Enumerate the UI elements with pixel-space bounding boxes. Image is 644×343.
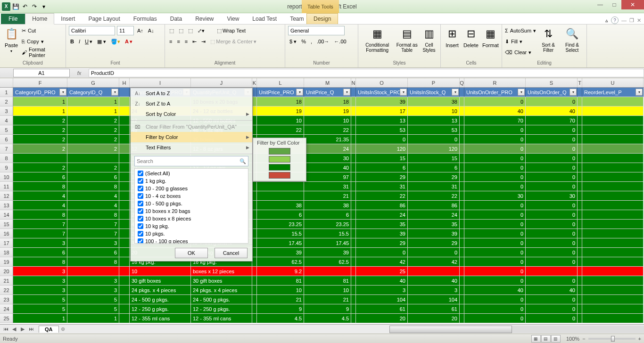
number-format-selector[interactable] (288, 26, 345, 35)
data-cell[interactable]: 3 (13, 276, 67, 286)
data-cell[interactable] (582, 210, 644, 220)
data-cell[interactable]: 4.5 (304, 314, 351, 323)
data-cell[interactable] (252, 248, 257, 257)
shrink-font-icon[interactable]: A↓ (147, 27, 156, 34)
data-cell[interactable]: 86 (408, 201, 460, 210)
data-cell[interactable] (460, 229, 464, 238)
data-cell[interactable]: 19 (304, 106, 351, 116)
data-cell[interactable] (67, 267, 119, 276)
file-tab[interactable]: File (1, 14, 25, 24)
cancel-button[interactable]: Cancel (215, 248, 248, 258)
data-cell[interactable]: 10 (304, 116, 351, 125)
data-cell[interactable]: 0 (526, 314, 578, 323)
data-cell[interactable]: 39 (356, 97, 408, 106)
data-cell[interactable]: 0 (464, 210, 526, 220)
data-cell[interactable] (119, 144, 130, 154)
data-cell[interactable]: 19 (257, 106, 304, 116)
design-tab[interactable]: Design (306, 13, 338, 24)
data-cell[interactable]: 6 (356, 163, 408, 172)
data-cell[interactable]: 39 (257, 248, 304, 257)
data-cell[interactable] (460, 116, 464, 125)
data-cell[interactable]: 0 (408, 135, 460, 144)
data-cell[interactable]: 0 (526, 163, 578, 172)
data-cell[interactable] (252, 295, 257, 304)
filter-icon[interactable]: ▾ (111, 89, 118, 96)
data-cell[interactable]: 42 (356, 257, 408, 267)
insert-tab[interactable]: Insert (54, 14, 82, 24)
data-cell[interactable]: 0 (464, 125, 526, 135)
data-cell[interactable] (578, 267, 582, 276)
data-cell[interactable] (13, 154, 67, 163)
align-right-icon[interactable]: ≡ (183, 38, 189, 45)
data-cell[interactable] (582, 257, 644, 267)
save-icon[interactable]: 💾 (11, 2, 20, 11)
data-cell[interactable]: 12 - 250 g pkgs. (130, 304, 191, 314)
data-cell[interactable] (119, 163, 130, 172)
data-cell[interactable]: 1 (13, 314, 67, 323)
data-cell[interactable] (119, 182, 130, 191)
italic-button[interactable]: I (77, 38, 82, 45)
data-cell[interactable] (119, 172, 130, 182)
data-cell[interactable] (582, 229, 644, 238)
data-cell[interactable]: 5 (67, 295, 119, 304)
data-cell[interactable]: 0 (464, 229, 526, 238)
data-cell[interactable]: 22 (408, 191, 460, 201)
merge-center-button[interactable]: ⬚ Merge & Center ▾ (209, 38, 258, 45)
data-cell[interactable]: 40 (464, 286, 526, 295)
data-cell[interactable] (351, 135, 356, 144)
data-cell[interactable]: 39 (304, 248, 351, 257)
data-cell[interactable]: 0 (464, 267, 526, 276)
filter-icon[interactable]: ▾ (452, 89, 459, 96)
data-cell[interactable]: 2 (13, 144, 67, 154)
data-cell[interactable] (252, 125, 257, 135)
data-cell[interactable] (460, 201, 464, 210)
data-cell[interactable] (578, 248, 582, 257)
zoom-in-icon[interactable]: + (638, 336, 641, 342)
data-cell[interactable] (578, 314, 582, 323)
col-header[interactable]: U (582, 78, 644, 87)
data-cell[interactable]: 53 (408, 125, 460, 135)
data-cell[interactable] (252, 191, 257, 201)
paste-button[interactable]: 📋Paste▾ (3, 25, 20, 54)
data-cell[interactable]: 21 (304, 295, 351, 304)
data-cell[interactable] (460, 314, 464, 323)
select-all-corner[interactable] (0, 78, 13, 87)
data-cell[interactable] (582, 314, 644, 323)
data-cell[interactable] (351, 314, 356, 323)
data-cell[interactable]: 0 (464, 304, 526, 314)
data-cell[interactable] (582, 220, 644, 229)
fx-icon[interactable]: fx (74, 70, 85, 76)
filter-item[interactable]: 100 - 100 g pieces (136, 237, 247, 244)
data-cell[interactable] (526, 267, 578, 276)
data-cell[interactable]: 6 (67, 172, 119, 182)
data-cell[interactable] (119, 276, 130, 286)
data-cell[interactable]: 120 (356, 144, 408, 154)
sheet-nav-prev-icon[interactable]: ◀ (10, 326, 18, 332)
data-cell[interactable]: 20 (408, 314, 460, 323)
zoom-level[interactable]: 100% (566, 336, 579, 342)
data-cell[interactable] (252, 238, 257, 248)
home-tab[interactable]: Home (25, 13, 54, 24)
data-cell[interactable] (351, 106, 356, 116)
data-cell[interactable]: 40 (526, 286, 578, 295)
data-cell[interactable] (351, 163, 356, 172)
data-cell[interactable]: 0 (408, 248, 460, 257)
data-cell[interactable] (119, 201, 130, 210)
data-cell[interactable]: 7 (13, 220, 67, 229)
column-header-cell[interactable]: UnitsInStock_PRO▾ (356, 88, 408, 97)
data-cell[interactable] (351, 286, 356, 295)
sort-filter-button[interactable]: ⇅Sort & Filter (538, 25, 559, 54)
column-header-cell[interactable]: CategoryID_Q▾ (67, 88, 119, 97)
data-cell[interactable] (252, 257, 257, 267)
align-center-icon[interactable]: ≡ (175, 38, 181, 45)
data-cell[interactable]: 0 (464, 276, 526, 286)
data-cell[interactable]: 15 (408, 154, 460, 163)
filter-checkbox[interactable] (138, 178, 143, 184)
data-cell[interactable]: 6 (257, 210, 304, 220)
data-cell[interactable]: 29 (408, 238, 460, 248)
data-cell[interactable]: 1 (67, 97, 119, 106)
data-cell[interactable] (252, 286, 257, 295)
data-cell[interactable]: 30 (304, 154, 351, 163)
data-cell[interactable] (460, 248, 464, 257)
data-cell[interactable]: 6 (67, 248, 119, 257)
